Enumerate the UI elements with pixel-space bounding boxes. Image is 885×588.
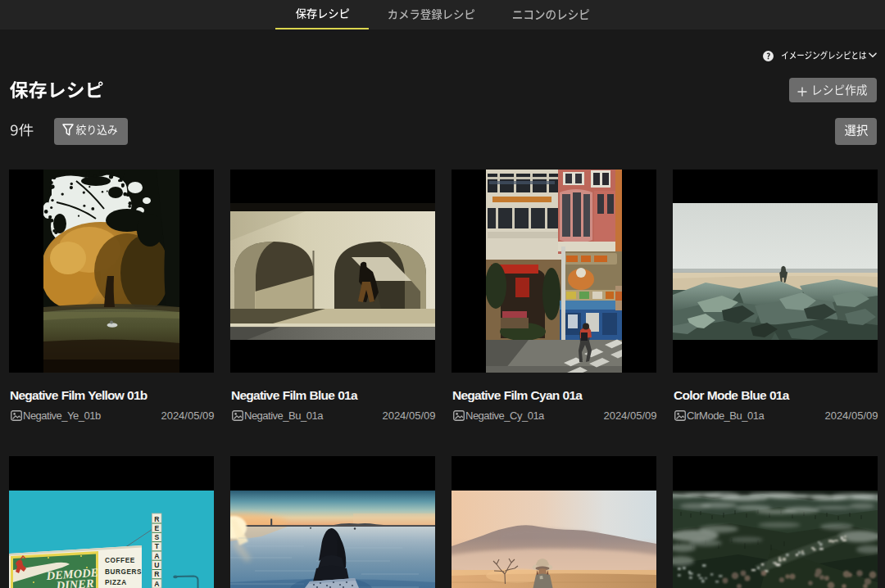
svg-text:R: R (154, 570, 160, 578)
svg-text:PIZZA: PIZZA (105, 579, 127, 586)
svg-text:A: A (154, 552, 159, 560)
svg-text:E: E (154, 524, 159, 532)
svg-text:S: S (154, 533, 159, 541)
svg-text:BURGERS: BURGERS (105, 568, 142, 576)
svg-text:DINER: DINER (55, 577, 94, 588)
svg-text:T: T (155, 542, 160, 550)
svg-text:U: U (154, 561, 159, 569)
svg-text:COFFEE: COFFEE (105, 557, 135, 564)
svg-text:R: R (154, 515, 160, 523)
svg-text:A: A (154, 580, 159, 588)
